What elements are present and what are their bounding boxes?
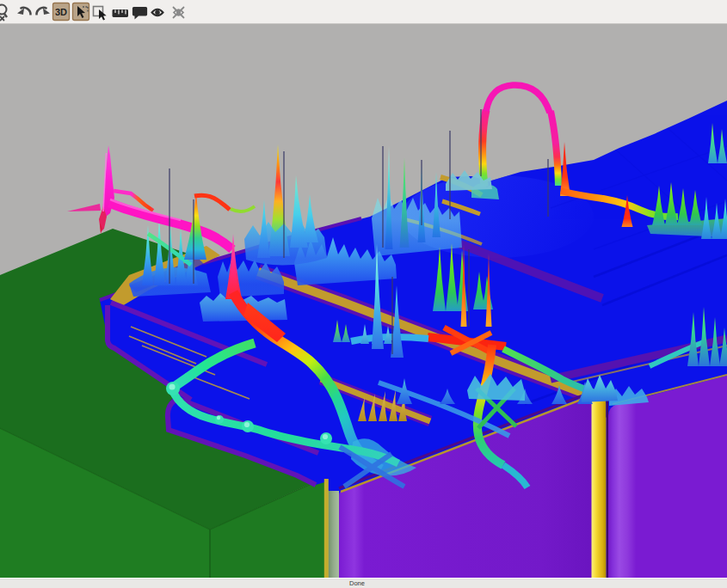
svg-text:Done: Done	[349, 579, 365, 587]
svg-text:3D: 3D	[55, 7, 67, 17]
